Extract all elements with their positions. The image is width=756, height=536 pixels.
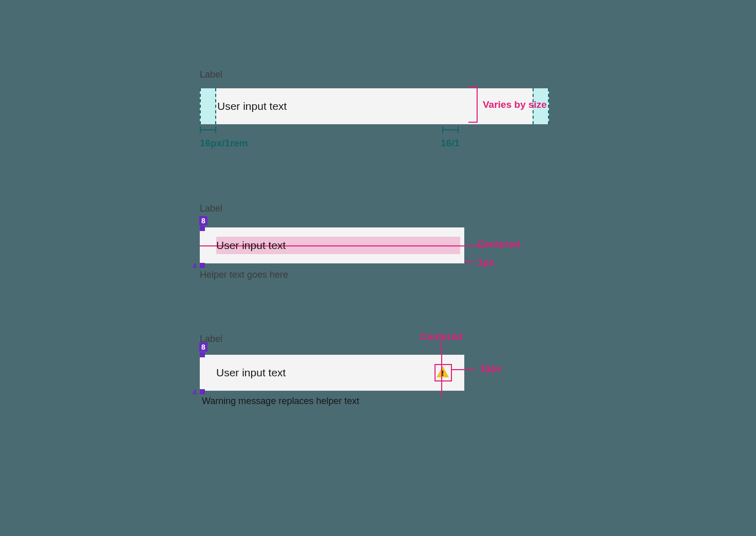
- spacing-badge-bottom: 4: [193, 388, 197, 396]
- warning-message: Warning message replaces helper text: [200, 396, 464, 407]
- helper-text: Helper text goes here: [200, 270, 464, 280]
- text-input-field[interactable]: User input text !: [200, 355, 464, 391]
- pad-right-annotation: 16/1: [441, 138, 460, 149]
- leader-line-vertical: [441, 340, 442, 397]
- centered-annotation: Centered: [478, 239, 520, 250]
- input-value-text: User input text: [217, 100, 287, 112]
- warning-icon: !: [437, 366, 450, 379]
- spec-warning-state: Label User input text ! Warning message …: [200, 334, 464, 407]
- text-input-field[interactable]: User input text: [200, 227, 464, 263]
- spacing-token-marker: [200, 389, 205, 394]
- spacing-badge-bottom: 4: [193, 262, 197, 270]
- field-label: Label: [200, 203, 464, 214]
- height-bracket: [468, 87, 478, 123]
- height-annotation: Varies by size: [483, 99, 547, 110]
- leader-line: [451, 369, 476, 370]
- pad-left-bracket: [200, 126, 216, 133]
- icon-size-annotation: 16px: [480, 363, 502, 374]
- spacing-token-marker: [200, 263, 205, 268]
- spacing-badge-top: 8: [199, 342, 207, 352]
- spec-padding: Label User input text: [200, 69, 549, 124]
- pad-left-annotation: 16px/1rem: [200, 138, 248, 149]
- pad-right-bracket: [442, 126, 459, 133]
- spec-vertical-centering: Label User input text Helper text goes h…: [200, 203, 464, 280]
- leader-line: [464, 261, 476, 262]
- centered-annotation: Centered: [420, 331, 462, 342]
- spacing-token-marker: [200, 226, 205, 231]
- border-annotation: 1px: [478, 257, 495, 268]
- field-label: Label: [200, 69, 549, 80]
- spacing-token-marker: [200, 352, 205, 357]
- input-value-text: User input text: [216, 239, 286, 252]
- input-value-text: User input text: [216, 367, 286, 379]
- spacing-badge-top: 8: [199, 216, 207, 225]
- padding-left-swatch: [200, 88, 216, 124]
